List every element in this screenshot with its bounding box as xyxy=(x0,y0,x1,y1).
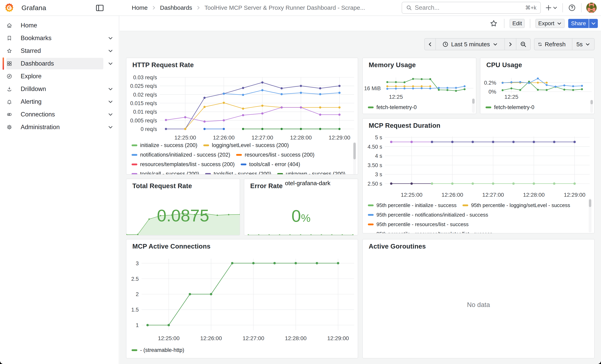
legend-swatch xyxy=(368,107,374,108)
legend-scrollbar[interactable] xyxy=(353,142,356,175)
legend-item[interactable]: 95th percentile - resources/templates/li… xyxy=(368,231,492,234)
sidebar-item-alerting[interactable]: Alerting xyxy=(0,95,119,108)
legend-item[interactable]: notifications/initialized - success (202… xyxy=(131,152,230,158)
sidebar-link[interactable]: Drilldown xyxy=(6,83,103,95)
legend-scrollbar[interactable] xyxy=(590,100,593,113)
expand-caret-button[interactable] xyxy=(107,47,114,54)
star-icon xyxy=(490,20,498,27)
legend-item[interactable]: tools/call - error (404) xyxy=(241,161,300,167)
sidebar-link[interactable]: Alerting xyxy=(6,96,103,108)
chevron-right-icon xyxy=(151,5,156,10)
star-icon xyxy=(7,48,12,54)
sidebar-item-starred[interactable]: Starred xyxy=(0,45,119,57)
help-button[interactable] xyxy=(568,3,576,13)
refresh-interval-picker[interactable]: 5s xyxy=(572,39,594,50)
expand-caret-button[interactable] xyxy=(107,60,114,67)
svg-text:12:28:00: 12:28:00 xyxy=(285,335,307,341)
time-forward-button[interactable] xyxy=(505,39,516,50)
sidebar-item-connections[interactable]: Connections xyxy=(0,108,119,121)
legend-swatch xyxy=(203,144,209,146)
legend-swatch xyxy=(131,154,137,156)
bookmark-icon xyxy=(7,35,12,41)
sidebar-item-drilldown[interactable]: Drilldown xyxy=(0,83,119,95)
legend-item[interactable]: - (streamable-http) xyxy=(131,347,184,353)
legend-item[interactable]: fetch-telemetry-0 xyxy=(368,104,417,110)
legend-scrollbar[interactable] xyxy=(472,98,475,113)
expand-caret-button[interactable] xyxy=(107,111,114,118)
expand-caret-button[interactable] xyxy=(107,85,114,93)
legend-item[interactable]: initialize - success (200) xyxy=(131,142,197,148)
svg-text:12:26:00: 12:26:00 xyxy=(213,135,235,141)
user-avatar[interactable] xyxy=(586,3,597,13)
svg-text:5 s: 5 s xyxy=(375,135,382,140)
legend-item[interactable]: logging/setLevel - success (200) xyxy=(203,142,289,148)
chevron-down-icon xyxy=(552,5,558,10)
add-button[interactable] xyxy=(545,3,552,13)
legend-swatch xyxy=(205,173,211,175)
legend-item[interactable]: unknown - success (200) xyxy=(277,171,345,175)
legend-item[interactable]: resources/templates/list - success (200) xyxy=(131,161,235,167)
legend-item[interactable]: 95th percentile - logging/setLevel - suc… xyxy=(462,202,570,208)
dock-sidebar-icon[interactable] xyxy=(95,4,104,12)
legend-swatch xyxy=(131,349,137,351)
expand-caret-button[interactable] xyxy=(107,124,114,131)
bell-icon xyxy=(7,99,12,105)
panel-mcp-request-duration: MCP Request Duration 5 s4.50 s4 s3.50 s3… xyxy=(362,118,595,234)
expand-caret-button[interactable] xyxy=(107,98,114,105)
breadcrumb-dashboards[interactable]: Dashboards xyxy=(160,4,192,11)
refresh-interval-label: 5s xyxy=(576,41,583,48)
edit-button[interactable]: Edit xyxy=(510,19,525,28)
star-button[interactable] xyxy=(489,18,499,29)
time-range-picker[interactable]: Last 5 minutes xyxy=(436,39,505,50)
home-icon xyxy=(7,23,12,28)
dashboard-canvas: Last 5 minutes Refresh 5s xyxy=(120,31,601,364)
legend-scrollbar[interactable] xyxy=(589,198,591,232)
sidebar-item-dashboards[interactable]: Dashboards xyxy=(0,57,119,70)
legend-item[interactable]: 95th percentile - notifications/initiali… xyxy=(368,212,488,218)
help-icon xyxy=(568,4,576,11)
duration-legend: 95th percentile - initialize - success95… xyxy=(368,200,587,234)
time-back-button[interactable] xyxy=(425,39,436,50)
legend-item[interactable]: tools/list - success (200) xyxy=(205,171,271,175)
sidebar-link[interactable]: Connections xyxy=(6,109,103,120)
sidebar-link[interactable]: Home xyxy=(6,20,103,31)
legend-item[interactable]: fetch-telemetry-0 xyxy=(486,104,534,110)
breadcrumb-home[interactable]: Home xyxy=(132,4,148,11)
legend-item[interactable]: tools/call - success (200) xyxy=(131,171,199,175)
add-caret-button[interactable] xyxy=(552,4,558,11)
brand[interactable]: Grafana xyxy=(5,0,46,16)
sidebar-item-explore[interactable]: Explore xyxy=(0,70,119,83)
sidebar-item-bookmarks[interactable]: Bookmarks xyxy=(0,32,119,45)
sidebar-link[interactable]: Explore xyxy=(6,70,103,82)
mcp-active-connections-chart[interactable]: 11.522.5312:25:0012:26:0012:27:0012:28:0… xyxy=(126,239,358,358)
legend-item[interactable]: 95th percentile - resources/list - succe… xyxy=(368,221,469,227)
svg-text:4.50 s: 4.50 s xyxy=(368,144,382,150)
sidebar-item-home[interactable]: Home xyxy=(0,19,119,32)
sidebar-item-administration[interactable]: Administration xyxy=(0,121,119,134)
apps-icon xyxy=(7,61,12,66)
panel-title[interactable]: Active Goroutines xyxy=(369,243,426,250)
sidebar-link[interactable]: Administration xyxy=(6,121,103,133)
drilldown-icon xyxy=(7,86,12,92)
search-input[interactable]: Search... ⌘+k xyxy=(402,2,541,14)
export-button[interactable]: Export xyxy=(535,19,565,28)
legend-item[interactable]: resources/list - success (200) xyxy=(236,152,314,158)
expand-caret-button[interactable] xyxy=(107,35,114,42)
clock-icon xyxy=(442,41,448,47)
share-caret-button[interactable] xyxy=(589,19,598,28)
zoom-out-button[interactable] xyxy=(516,39,530,50)
top-nav: Grafana Home Dashboards ToolHive MCP Ser… xyxy=(0,0,601,16)
refresh-button[interactable]: Refresh xyxy=(534,39,572,50)
legend-label: 95th percentile - resources/list - succe… xyxy=(376,221,469,227)
gear-icon xyxy=(7,124,12,130)
svg-text:0.03 req/s: 0.03 req/s xyxy=(133,75,157,80)
svg-text:0.025 req/s: 0.025 req/s xyxy=(130,83,157,89)
legend-label: 95th percentile - resources/templates/li… xyxy=(376,231,492,234)
sidebar-link[interactable]: Bookmarks xyxy=(6,32,103,44)
share-button[interactable]: Share xyxy=(568,19,589,28)
legend-item[interactable]: 95th percentile - initialize - success xyxy=(368,202,457,208)
search-shortcut: ⌘+k xyxy=(525,5,536,11)
sidebar-link[interactable]: Starred xyxy=(6,45,103,57)
sidebar-link[interactable]: Dashboards xyxy=(6,58,103,69)
chevron-right-icon xyxy=(508,41,513,47)
